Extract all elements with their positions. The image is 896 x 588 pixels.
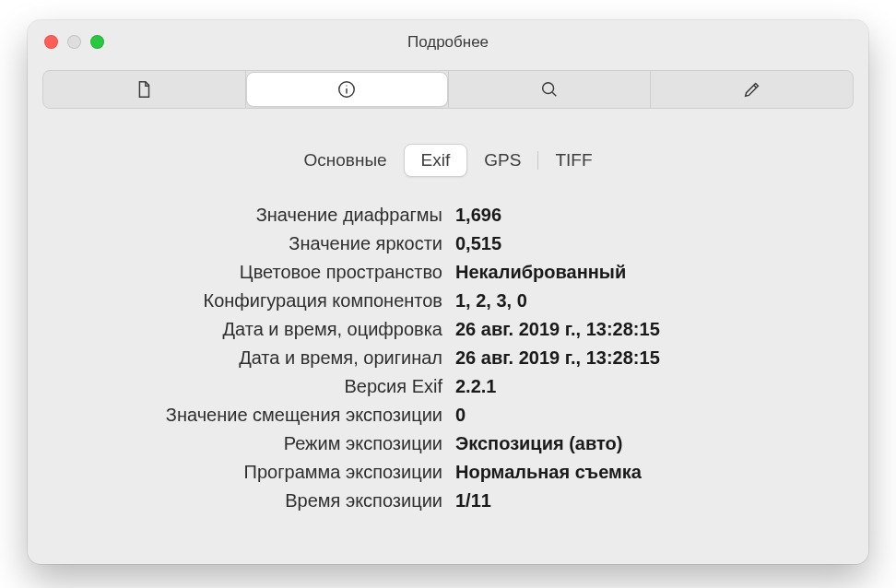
tab-edit[interactable]	[651, 71, 853, 108]
tab-file[interactable]	[43, 71, 246, 108]
titlebar: Подробнее	[28, 20, 868, 65]
subtab-general[interactable]: Основные	[287, 145, 403, 176]
minimize-button[interactable]	[67, 35, 81, 49]
exif-label: Режим экспозиции	[55, 433, 442, 454]
exif-value: 1, 2, 3, 0	[455, 290, 527, 312]
svg-point-3	[543, 83, 554, 94]
subtab-gps[interactable]: GPS	[467, 145, 537, 176]
exif-value: 1/11	[455, 490, 491, 512]
exif-row: Значение смещения экспозиции 0	[55, 405, 841, 426]
exif-value: Нормальная съемка	[455, 462, 642, 483]
exif-label: Дата и время, оригинал	[55, 347, 442, 369]
exif-row: Дата и время, оцифровка 26 авг. 2019 г.,…	[55, 319, 841, 340]
zoom-button[interactable]	[90, 35, 104, 49]
svg-point-2	[347, 85, 348, 86]
subtab-exif[interactable]: Exif	[404, 144, 468, 177]
exif-row: Цветовое пространство Некалиброванный	[55, 262, 841, 283]
exif-row: Конфигурация компонентов 1, 2, 3, 0	[55, 290, 841, 312]
exif-value: Некалиброванный	[455, 262, 626, 283]
inspector-window: Подробнее	[28, 20, 868, 564]
exif-label: Цветовое пространство	[55, 262, 442, 283]
search-icon	[539, 79, 560, 100]
toolbar-wrap	[28, 65, 868, 118]
exif-value: Экспозиция (авто)	[455, 433, 622, 454]
exif-label: Программа экспозиции	[55, 462, 442, 483]
exif-label: Дата и время, оцифровка	[55, 319, 442, 340]
tab-search[interactable]	[449, 71, 652, 108]
exif-label: Конфигурация компонентов	[55, 290, 442, 312]
svg-line-5	[753, 85, 756, 88]
window-controls	[44, 35, 104, 49]
exif-row: Версия Exif 2.2.1	[55, 376, 841, 397]
exif-row: Время экспозиции 1/11	[55, 490, 841, 512]
close-button[interactable]	[44, 35, 58, 49]
exif-value: 2.2.1	[455, 376, 496, 397]
pencil-icon	[742, 79, 762, 100]
exif-rows: Значение диафрагмы 1,696 Значение яркост…	[55, 205, 841, 512]
svg-line-4	[552, 92, 556, 96]
exif-row: Программа экспозиции Нормальная съемка	[55, 462, 841, 483]
exif-row: Значение диафрагмы 1,696	[55, 205, 841, 226]
exif-row: Режим экспозиции Экспозиция (авто)	[55, 433, 841, 454]
exif-row: Значение яркости 0,515	[55, 233, 841, 254]
exif-label: Время экспозиции	[55, 490, 442, 512]
exif-value: 0,515	[455, 233, 501, 254]
exif-label: Значение смещения экспозиции	[55, 405, 442, 426]
exif-label: Версия Exif	[55, 376, 442, 397]
exif-row: Дата и время, оригинал 26 авг. 2019 г., …	[55, 347, 841, 369]
exif-value: 1,696	[455, 205, 501, 226]
exif-value: 26 авг. 2019 г., 13:28:15	[455, 319, 660, 340]
window-title: Подробнее	[28, 33, 868, 52]
tab-info[interactable]	[246, 71, 449, 108]
subtabs: Основные Exif GPS TIFF	[55, 144, 841, 177]
subtab-tiff[interactable]: TIFF	[538, 145, 608, 176]
exif-label: Значение диафрагмы	[55, 205, 442, 226]
content: Основные Exif GPS TIFF Значение диафрагм…	[28, 118, 868, 564]
exif-label: Значение яркости	[55, 233, 442, 254]
exif-value: 26 авг. 2019 г., 13:28:15	[455, 347, 660, 369]
document-icon	[134, 79, 154, 100]
info-icon	[336, 79, 357, 100]
toolbar	[42, 70, 854, 109]
exif-value: 0	[455, 405, 466, 426]
